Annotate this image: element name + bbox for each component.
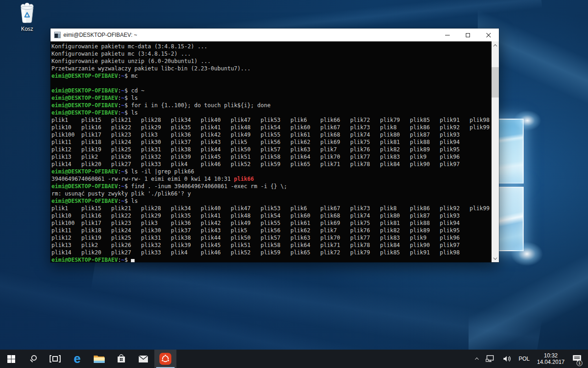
terminal-line: Konfigurowanie pakietu unzip (6.0-20ubun… bbox=[51, 58, 492, 65]
terminal-line: plik13 plik2 plik26 plik32 plik39 plik45… bbox=[51, 242, 492, 249]
tray-overflow-button[interactable] bbox=[472, 350, 481, 368]
terminal-line: eimi@DESKTOP-OFIBAEV:~$ ls bbox=[51, 109, 492, 116]
terminal-line: plik11 plik18 plik24 plik30 plik37 plik4… bbox=[51, 138, 492, 146]
terminal-line: plik1 plik15 plik21 plik28 plik34 plik40… bbox=[51, 205, 492, 212]
terminal-line: eimi@DESKTOP-OFIBAEV:~$ find . -inum 394… bbox=[51, 183, 492, 190]
minimize-icon bbox=[445, 35, 450, 35]
clock[interactable]: 10:32 14.04.2017 bbox=[534, 350, 568, 368]
notification-badge: 1 bbox=[577, 360, 582, 366]
terminal-line: eimi@DESKTOP-OFIBAEV:~$ bbox=[51, 256, 492, 262]
edge-icon: e bbox=[74, 353, 80, 365]
terminal-line: plik14 plik20 plik27 plik33 plik4 plik46… bbox=[51, 161, 492, 168]
terminal-console[interactable]: Konfigurowanie pakietu mc-data (3:4.8.15… bbox=[51, 41, 499, 262]
terminal-line: rm: usunąć pusty zwykły plik './plik66'?… bbox=[51, 190, 492, 197]
terminal-line: eimi@DESKTOP-OFIBAEV:~$ ls bbox=[51, 94, 492, 102]
edge-button[interactable]: e bbox=[66, 350, 88, 368]
clock-time: 10:32 bbox=[537, 352, 565, 359]
terminal-line: Konfigurowanie pakietu mc (3:4.8.15-2) .… bbox=[51, 50, 492, 58]
terminal-line: plik100 plik17 plik23 plik3 plik36 plik4… bbox=[51, 219, 492, 227]
chevron-up-icon bbox=[493, 44, 497, 48]
chevron-up-icon bbox=[475, 357, 479, 361]
chevron-down-icon bbox=[493, 256, 497, 259]
file-explorer-icon bbox=[93, 354, 105, 363]
windows-logo-icon bbox=[7, 355, 15, 363]
terminal-cursor bbox=[131, 259, 135, 262]
window-title: eimi@DESKTOP-OFIBAEV: ~ bbox=[63, 32, 437, 38]
console-app-icon bbox=[54, 32, 61, 38]
store-icon bbox=[116, 354, 126, 364]
terminal-line: eimi@DESKTOP-OFIBAEV:~$ cd ~ bbox=[51, 87, 492, 94]
terminal-line: Przetwarzanie wyzwalaczy pakietu libc-bi… bbox=[51, 65, 492, 72]
task-view-button[interactable] bbox=[44, 350, 66, 368]
terminal-line: plik1 plik15 plik21 plik28 plik34 plik40… bbox=[51, 116, 492, 124]
mail-icon bbox=[138, 355, 148, 363]
terminal-line bbox=[51, 80, 492, 87]
terminal-line: eimi@DESKTOP-OFIBAEV:~$ ls -il |grep pli… bbox=[51, 168, 492, 175]
volume-button[interactable] bbox=[499, 350, 514, 368]
network-button[interactable] bbox=[482, 350, 498, 368]
terminal-line: eimi@DESKTOP-OFIBAEV:~$ for i in {1..100… bbox=[51, 102, 492, 109]
terminal-line: plik13 plik2 plik26 plik32 plik39 plik45… bbox=[51, 153, 492, 161]
terminal-line: plik10 plik16 plik22 plik29 plik35 plik4… bbox=[51, 124, 492, 131]
terminal-line: plik12 plik19 plik25 plik31 plik38 plik4… bbox=[51, 146, 492, 153]
network-icon bbox=[486, 355, 495, 363]
action-center-button[interactable]: 1 bbox=[569, 350, 585, 368]
clock-date: 14.04.2017 bbox=[537, 359, 565, 365]
recycle-bin-label: Kosz bbox=[13, 26, 41, 32]
minimize-button[interactable] bbox=[437, 29, 458, 41]
recycle-bin-icon bbox=[18, 3, 36, 23]
terminal-line: 3940649674060861 -rw-rw-rw- 1 eimi eimi … bbox=[51, 175, 492, 183]
taskbar: e bbox=[0, 350, 588, 368]
terminal-line: eimi@DESKTOP-OFIBAEV:~$ mc bbox=[51, 72, 492, 80]
recycle-bin-shortcut[interactable]: Kosz bbox=[13, 3, 41, 32]
terminal-output: Konfigurowanie pakietu mc-data (3:4.8.15… bbox=[51, 43, 492, 262]
search-button[interactable] bbox=[22, 350, 44, 368]
volume-icon bbox=[502, 355, 511, 363]
task-view-icon bbox=[50, 355, 61, 362]
terminal-line: plik11 plik18 plik24 plik30 plik37 plik4… bbox=[51, 227, 492, 234]
scroll-down-button[interactable] bbox=[492, 254, 499, 262]
maximize-button[interactable] bbox=[458, 29, 478, 41]
terminal-line: plik100 plik17 plik23 plik3 plik36 plik4… bbox=[51, 131, 492, 138]
terminal-line: plik10 plik16 plik22 plik29 plik35 plik4… bbox=[51, 212, 492, 219]
terminal-line: eimi@DESKTOP-OFIBAEV:~$ ls bbox=[51, 197, 492, 205]
search-icon bbox=[29, 355, 37, 363]
system-tray: POL 10:32 14.04.2017 1 bbox=[472, 350, 588, 368]
terminal-line: Konfigurowanie pakietu mc-data (3:4.8.15… bbox=[51, 43, 492, 50]
taskbar-apps: e bbox=[0, 350, 176, 368]
language-indicator[interactable]: POL bbox=[515, 350, 533, 368]
terminal-titlebar[interactable]: eimi@DESKTOP-OFIBAEV: ~ bbox=[51, 29, 499, 41]
terminal-line: plik12 plik19 plik25 plik31 plik38 plik4… bbox=[51, 234, 492, 242]
file-explorer-button[interactable] bbox=[88, 350, 110, 368]
terminal-scrollbar[interactable] bbox=[492, 41, 499, 262]
store-button[interactable] bbox=[110, 350, 132, 368]
terminal-window: eimi@DESKTOP-OFIBAEV: ~ Konfigurowanie p… bbox=[51, 29, 499, 262]
terminal-line: plik14 plik20 plik27 plik33 plik4 plik46… bbox=[51, 249, 492, 256]
close-icon bbox=[486, 33, 491, 38]
scroll-up-button[interactable] bbox=[492, 41, 499, 49]
mail-button[interactable] bbox=[132, 350, 154, 368]
ubuntu-icon bbox=[159, 352, 172, 365]
ubuntu-button[interactable] bbox=[154, 350, 176, 368]
scrollbar-thumb[interactable] bbox=[492, 67, 499, 98]
start-button[interactable] bbox=[0, 350, 22, 368]
close-button[interactable] bbox=[478, 29, 499, 41]
maximize-icon bbox=[466, 33, 470, 37]
